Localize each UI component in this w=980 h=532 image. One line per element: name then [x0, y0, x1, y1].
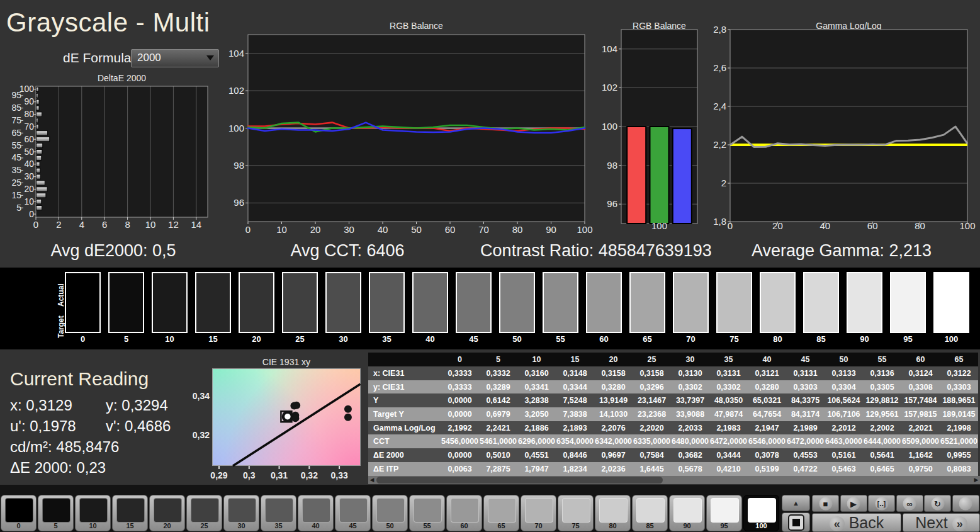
- pattern-level-button-0[interactable]: 0: [1, 495, 37, 531]
- pattern-level-button-75[interactable]: 75: [558, 495, 594, 531]
- pattern-level-button-100[interactable]: 100: [743, 495, 779, 531]
- table-cell: 7,3838: [556, 407, 594, 421]
- svg-text:70: 70: [24, 122, 34, 132]
- pattern-level-button-35[interactable]: 35: [261, 495, 296, 531]
- loop-button[interactable]: ↻: [924, 495, 951, 512]
- swatch-target: [848, 303, 881, 332]
- pattern-level-label: 90: [670, 522, 704, 529]
- pattern-level-button-25[interactable]: 25: [186, 495, 222, 531]
- table-cell: 6509,0000: [901, 434, 940, 448]
- pattern-level-button-30[interactable]: 30: [223, 495, 259, 531]
- pattern-level-button-95[interactable]: 95: [706, 495, 742, 531]
- table-cell: 0,3136: [863, 366, 901, 380]
- table-cell: 0,8446: [556, 448, 594, 462]
- svg-text:85: 85: [11, 103, 21, 113]
- table-cell: 0,9697: [594, 448, 633, 462]
- back-chevron-icon: «: [830, 516, 845, 531]
- pattern-level-button-45[interactable]: 45: [335, 495, 371, 531]
- pattern-level-button-80[interactable]: 80: [595, 495, 631, 531]
- swatch-actual: [848, 273, 881, 303]
- pattern-level-button-40[interactable]: 40: [298, 495, 334, 531]
- de-formula-dropdown[interactable]: 2000: [131, 49, 219, 67]
- pattern-level-button-70[interactable]: 70: [521, 495, 556, 531]
- table-cell: 23,2368: [633, 407, 671, 421]
- scrollbar-thumb[interactable]: [376, 477, 663, 484]
- pattern-level-label: 75: [558, 522, 593, 529]
- pattern-level-button-65[interactable]: 65: [483, 495, 519, 531]
- svg-text:40: 40: [24, 159, 34, 169]
- table-cell: 6480,0000: [671, 434, 709, 448]
- svg-text:98: 98: [234, 160, 244, 171]
- stop-icon: ■: [819, 497, 832, 510]
- table-cell: 6546,0000: [748, 434, 786, 448]
- svg-text:100: 100: [577, 224, 592, 235]
- blank-button[interactable]: [952, 495, 979, 512]
- scroll-right-icon[interactable]: ▶: [972, 476, 980, 484]
- scroll-up-button[interactable]: ▲: [782, 495, 810, 511]
- swatch-level-label: 30: [325, 334, 361, 344]
- pattern-level-button-90[interactable]: 90: [669, 495, 705, 531]
- table-col-header: 55: [863, 353, 901, 366]
- table-col-header: 35: [709, 353, 748, 366]
- swatch-actual: [327, 273, 360, 303]
- pattern-level-button-85[interactable]: 85: [632, 495, 668, 531]
- series-button[interactable]: [‥]: [868, 495, 895, 512]
- table-cell: 0,5161: [825, 448, 863, 462]
- chevron-down-icon: [206, 55, 214, 60]
- swatch-level-label: 80: [760, 334, 796, 344]
- pattern-level-button-15[interactable]: 15: [112, 495, 148, 531]
- reading-y: y: 0,3294: [106, 397, 168, 414]
- table-scrollbar[interactable]: ◀ ▶: [368, 476, 980, 484]
- pattern-level-button-60[interactable]: 60: [446, 495, 482, 531]
- back-button[interactable]: « Back: [812, 513, 901, 532]
- swatch-actual: [66, 273, 99, 303]
- pattern-swatch: [228, 498, 256, 523]
- stop-button[interactable]: ■: [812, 495, 839, 512]
- table-cell: 33,7397: [671, 393, 709, 407]
- table-cell: 1,1642: [901, 448, 940, 462]
- table-col-header: 25: [633, 353, 671, 366]
- pattern-level-button-50[interactable]: 50: [372, 495, 408, 531]
- scroll-left-icon[interactable]: ◀: [368, 476, 376, 484]
- swatch-level-label: 90: [847, 334, 882, 344]
- swatch-target: [804, 303, 838, 332]
- pattern-window-button[interactable]: [782, 512, 810, 532]
- svg-text:50: 50: [411, 224, 422, 235]
- svg-text:20: 20: [310, 224, 321, 235]
- play-button[interactable]: ▶: [840, 495, 867, 512]
- pattern-level-button-10[interactable]: 10: [75, 495, 111, 531]
- svg-text:4: 4: [79, 219, 84, 230]
- pattern-level-button-55[interactable]: 55: [409, 495, 445, 531]
- table-cell: 1,8234: [556, 462, 594, 476]
- pattern-swatch: [302, 498, 330, 523]
- pattern-level-button-20[interactable]: 20: [149, 495, 185, 531]
- svg-text:30: 30: [24, 171, 34, 181]
- swatch-level-label: 55: [543, 334, 578, 344]
- table-row-label: ΔE ITP: [368, 462, 441, 476]
- pattern-level-button-5[interactable]: 5: [38, 495, 74, 531]
- table-cell: 6472,0000: [709, 434, 748, 448]
- swatch-actual: [196, 273, 230, 303]
- swatch-level-label: 85: [803, 334, 839, 344]
- next-button[interactable]: Next »: [903, 513, 980, 532]
- svg-text:96: 96: [234, 197, 244, 208]
- grayscale-swatch-55: [543, 272, 578, 333]
- pattern-swatch: [488, 498, 516, 523]
- continuous-button[interactable]: ∞: [896, 495, 923, 512]
- svg-text:70: 70: [478, 224, 489, 235]
- pattern-swatch: [5, 498, 33, 523]
- svg-text:2,6: 2,6: [713, 62, 726, 73]
- svg-text:102: 102: [602, 82, 617, 93]
- svg-text:80: 80: [512, 224, 523, 235]
- table-cell: 2,2021: [901, 421, 940, 435]
- table-cell: 0,3302: [709, 380, 748, 394]
- table-cell: 0,3444: [709, 448, 748, 462]
- swatch-actual: [544, 273, 577, 303]
- table-cell: 7,5248: [556, 393, 594, 407]
- cie-x-tick: 0,33: [329, 470, 349, 480]
- swatch-level-label: 15: [195, 334, 231, 344]
- swatch-actual: [370, 273, 403, 303]
- swatch-level-label: 50: [499, 334, 535, 344]
- table-cell: 2,1998: [940, 421, 978, 435]
- table-cell: 0,4551: [517, 448, 556, 462]
